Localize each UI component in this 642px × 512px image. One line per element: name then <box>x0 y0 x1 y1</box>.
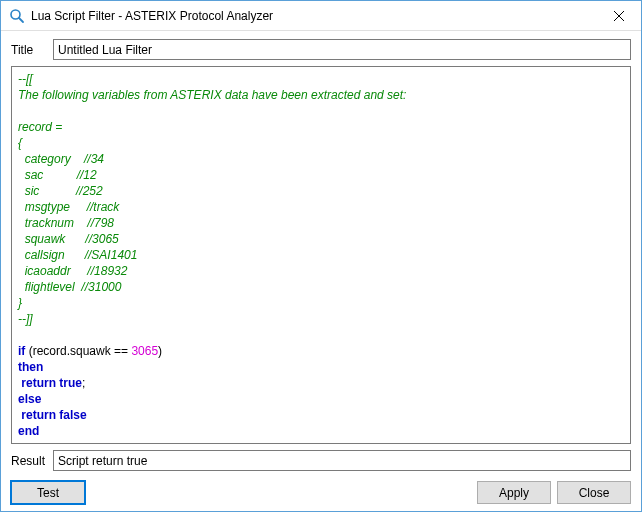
window-title: Lua Script Filter - ASTERIX Protocol Ana… <box>31 9 597 23</box>
svg-line-1 <box>19 18 23 22</box>
title-label: Title <box>11 43 47 57</box>
apply-button[interactable]: Apply <box>477 481 551 504</box>
test-button[interactable]: Test <box>11 481 85 504</box>
button-bar: Test Apply Close <box>11 477 631 504</box>
magnifier-icon <box>9 8 25 24</box>
close-icon <box>614 11 624 21</box>
script-editor[interactable]: --[[The following variables from ASTERIX… <box>11 66 631 444</box>
result-row: Result <box>11 450 631 471</box>
window-close-button[interactable] <box>597 1 641 31</box>
close-button[interactable]: Close <box>557 481 631 504</box>
titlebar: Lua Script Filter - ASTERIX Protocol Ana… <box>1 1 641 31</box>
result-output[interactable] <box>53 450 631 471</box>
dialog-window: Lua Script Filter - ASTERIX Protocol Ana… <box>0 0 642 512</box>
title-input[interactable] <box>53 39 631 60</box>
client-area: Title --[[The following variables from A… <box>1 31 641 512</box>
title-row: Title <box>11 39 631 60</box>
result-label: Result <box>11 454 47 468</box>
